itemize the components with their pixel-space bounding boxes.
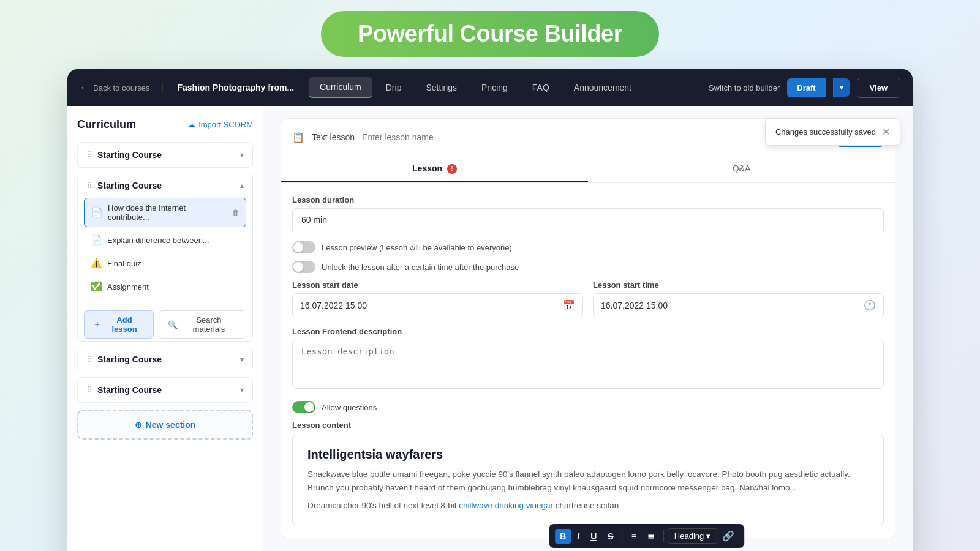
lesson-name-4: Assignment — [107, 282, 227, 291]
frontend-desc-textarea[interactable] — [292, 340, 884, 389]
clock-icon[interactable]: 🕐 — [864, 299, 876, 311]
main-layout: Curriculum ☁ Import SCORM ⠿ Starting Cou… — [67, 106, 913, 551]
toggle1-label: Lesson preview (Lesson will be available… — [322, 243, 512, 252]
start-time-field: Lesson start time 16.07.2022 15:00 🕐 — [593, 280, 884, 317]
lesson-item-3[interactable]: ⚠️ Final quiz 🗑 — [84, 253, 246, 274]
lesson-delete-icon-1[interactable]: 🗑 — [232, 208, 239, 217]
lesson-item-1[interactable]: 📄 How does the Internet contribute... 🗑 — [84, 198, 246, 227]
bold-button[interactable]: B — [555, 529, 571, 544]
calendar-icon[interactable]: 📅 — [563, 299, 575, 311]
tab-settings[interactable]: Settings — [415, 78, 468, 97]
lesson-item-4[interactable]: ✅ Assignment 🗑 — [84, 276, 246, 297]
success-toast: Changes successfully saved ✕ — [765, 118, 900, 146]
unordered-list-button[interactable]: ≡ — [627, 529, 641, 544]
start-date-input-wrap: 16.07.2022 15:00 📅 — [292, 293, 583, 317]
section-header-2[interactable]: ⠿ Starting Course ▴ — [78, 173, 252, 198]
editor-body-text-2: Dreamcatcher 90's hell of next level 8-b… — [307, 501, 459, 510]
start-time-value: 16.07.2022 15:00 — [601, 301, 859, 310]
toolbar-separator-2 — [663, 530, 664, 542]
italic-button[interactable]: I — [572, 529, 584, 544]
view-button[interactable]: View — [857, 78, 900, 98]
lesson-preview-toggle[interactable] — [292, 241, 315, 253]
tab-qa[interactable]: Q&A — [588, 156, 895, 182]
chevron-down-icon-1: ▾ — [240, 151, 244, 159]
lesson-list: 📄 How does the Internet contribute... 🗑 … — [78, 198, 252, 305]
drag-handle-icon-4: ⠿ — [86, 385, 92, 395]
add-lesson-button[interactable]: ＋ Add lesson — [84, 310, 154, 339]
section-header-1[interactable]: ⠿ Starting Course ▾ — [78, 143, 252, 167]
course-title: Fashion Photography from... — [163, 83, 309, 92]
lesson-duration-label: Lesson duration — [292, 195, 884, 204]
sidebar-header: Curriculum ☁ Import SCORM — [77, 118, 253, 131]
editor-link[interactable]: chillwave drinking vinegar — [459, 501, 553, 510]
qa-tab-label: Q&A — [733, 163, 751, 173]
ordered-list-button[interactable]: ≣ — [643, 529, 660, 544]
start-date-field: Lesson start date 16.07.2022 15:00 📅 — [292, 280, 583, 317]
toolbar-separator-1 — [622, 530, 623, 542]
draft-button[interactable]: Draft — [787, 78, 825, 97]
unlock-lesson-toggle[interactable] — [292, 261, 315, 273]
chevron-down-icon-4: ▾ — [240, 386, 244, 394]
form-tabs: Lesson ! Q&A — [281, 156, 895, 183]
section-item-2: ⠿ Starting Course ▴ 📄 How does the Inter… — [77, 173, 253, 342]
allow-questions-toggle[interactable] — [292, 401, 315, 413]
start-date-label: Lesson start date — [292, 280, 583, 290]
lesson-name-input[interactable] — [362, 132, 829, 142]
top-nav: ← Back to courses Fashion Photography fr… — [67, 69, 913, 106]
chevron-down-icon-3: ▾ — [240, 355, 244, 364]
sidebar: Curriculum ☁ Import SCORM ⠿ Starting Cou… — [67, 106, 263, 551]
start-time-input-wrap: 16.07.2022 15:00 🕐 — [593, 293, 884, 317]
unlock-lesson-toggle-row: Unlock the lesson after a certain time a… — [292, 261, 884, 273]
tab-lesson[interactable]: Lesson ! — [281, 156, 588, 182]
allow-questions-toggle-row: Allow questions — [292, 401, 884, 413]
import-scorm-btn[interactable]: ☁ Import SCORM — [187, 120, 253, 129]
editor-content-body: Snackwave blue bottle umami freegan, pok… — [307, 468, 869, 494]
toast-close-btn[interactable]: ✕ — [882, 126, 890, 138]
lesson-doc-icon-1: 📄 — [91, 207, 103, 218]
lesson-badge: ! — [447, 164, 457, 174]
editor-toolbar: B I U S ≡ ≣ Heading ▾ 🔗 — [549, 524, 744, 548]
text-lesson-icon: 📋 — [292, 132, 304, 143]
heading-dropdown-button[interactable]: Heading ▾ — [668, 528, 717, 544]
nav-tabs: Curriculum Drip Settings Pricing FAQ Ann… — [309, 77, 709, 98]
date-time-row: Lesson start date 16.07.2022 15:00 📅 Les… — [292, 280, 884, 317]
underline-button[interactable]: U — [586, 529, 601, 544]
tab-announcement[interactable]: Announcement — [563, 78, 643, 97]
tab-faq[interactable]: FAQ — [521, 78, 560, 97]
plus-icon: ＋ — [93, 319, 101, 330]
tab-pricing[interactable]: Pricing — [470, 78, 519, 97]
link-button[interactable]: 🔗 — [718, 528, 738, 544]
lesson-tab-label: Lesson — [412, 163, 442, 173]
new-section-label: New section — [146, 420, 196, 430]
new-section-button[interactable]: ⊕ New section — [77, 410, 253, 440]
import-scorm-label: Import SCORM — [198, 120, 253, 129]
toggle2-label: Unlock the lesson after a certain time a… — [322, 263, 519, 272]
lesson-preview-toggle-row: Lesson preview (Lesson will be available… — [292, 241, 884, 253]
search-materials-button[interactable]: 🔍 Search materials — [159, 310, 246, 339]
section-name-4: Starting Course — [97, 385, 240, 395]
content-area: Changes successfully saved ✕ 📋 Text less… — [263, 106, 913, 551]
section-header-3[interactable]: ⠿ Starting Course ▾ — [78, 347, 252, 372]
editor-body-text-3: chartreuse seitan — [553, 501, 619, 510]
content-editor[interactable]: Intelligentsia wayfarers Snackwave blue … — [292, 435, 884, 525]
lesson-content-label: Lesson content — [292, 421, 884, 430]
back-to-courses-btn[interactable]: ← Back to courses — [80, 82, 163, 93]
lesson-name-3: Final quiz — [107, 259, 227, 268]
nav-right: Switch to old builder Draft ▾ View — [709, 78, 900, 98]
lesson-item-2[interactable]: 📄 Explain difference between... 🗑 — [84, 230, 246, 250]
section-header-4[interactable]: ⠿ Starting Course ▾ — [78, 378, 252, 402]
strikethrough-button[interactable]: S — [603, 529, 618, 544]
lesson-duration-input[interactable] — [292, 208, 884, 231]
switch-old-btn[interactable]: Switch to old builder — [709, 83, 780, 92]
tab-drip[interactable]: Drip — [375, 78, 413, 97]
tab-curriculum[interactable]: Curriculum — [309, 77, 372, 98]
draft-chevron-btn[interactable]: ▾ — [833, 78, 850, 97]
section-item: ⠿ Starting Course ▾ — [77, 142, 253, 168]
search-materials-label: Search materials — [181, 315, 237, 334]
drag-handle-icon-3: ⠿ — [86, 354, 92, 364]
cloud-icon: ☁ — [187, 120, 195, 129]
heading-label: Heading — [674, 531, 704, 541]
editor-body-text-1: Snackwave blue bottle umami freegan, pok… — [307, 470, 850, 492]
lesson-type-label: Text lesson — [312, 132, 355, 142]
section-name-1: Starting Course — [97, 150, 240, 160]
